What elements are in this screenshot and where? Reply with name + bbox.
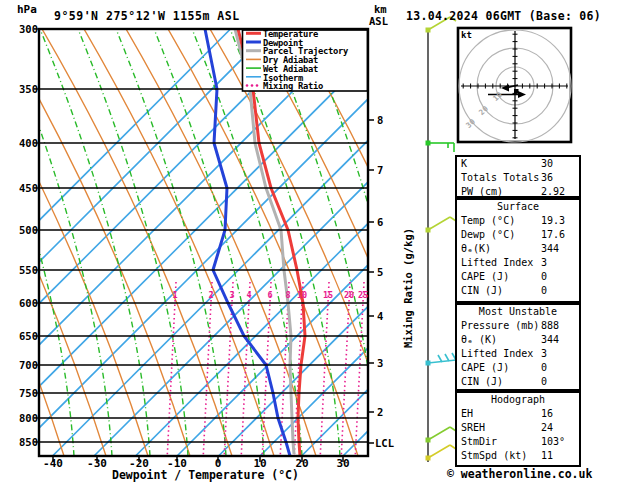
- dry-adiabats: [0, 29, 526, 456]
- copyright: © weatheronline.co.uk: [447, 467, 592, 481]
- row-value: 0: [541, 361, 547, 375]
- wind-barb: [426, 353, 457, 366]
- row-label: Lifted Index: [461, 348, 533, 359]
- table-row: θₑ(K)344: [457, 242, 579, 256]
- row-value: 888: [541, 319, 559, 333]
- table-row: StmDir103°: [457, 435, 579, 449]
- row-value: 3: [541, 347, 547, 361]
- legend-label: Wet Adiabat: [263, 64, 318, 73]
- table-row: CAPE (J)0: [457, 270, 579, 284]
- altitude-axis-unit-km: km: [374, 3, 387, 15]
- row-label: SREH: [461, 422, 485, 433]
- wind-barb: [426, 141, 455, 153]
- pressure-tick-label: 800: [10, 412, 38, 424]
- row-label: Lifted Index: [461, 257, 533, 268]
- pressure-axis-unit: hPa: [17, 3, 37, 16]
- km-tick-label: 6: [377, 216, 403, 228]
- lcl-label: LCL: [375, 437, 401, 449]
- row-value: 36: [541, 171, 553, 185]
- wind-barb: [426, 445, 457, 461]
- row-value: 19.3: [541, 214, 565, 228]
- table-row: Totals Totals36: [457, 171, 579, 185]
- table-row: K30: [457, 157, 579, 171]
- row-value: 17.6: [541, 228, 565, 242]
- row-value: 0: [541, 375, 547, 389]
- station-title: 9°59'N 275°12'W 1155m ASL: [54, 9, 240, 23]
- row-label: CAPE (J): [461, 271, 509, 282]
- mixing-ratio-value-label: 15: [319, 290, 337, 300]
- row-label: PW (cm): [461, 186, 503, 197]
- km-tick-label: 3: [377, 357, 403, 369]
- mixing-ratio-value-label: 2: [202, 290, 220, 300]
- table-row: θₑ (K)344: [457, 333, 579, 347]
- row-value: 3: [541, 256, 547, 270]
- table-header: Hodograph: [457, 393, 579, 407]
- legend-label: Dry Adiabat: [263, 55, 318, 64]
- row-label: Dewp (°C): [461, 229, 515, 240]
- table-row: Dewp (°C)17.6: [457, 228, 579, 242]
- indices-table: K30 Totals Totals36 PW (cm)2.92: [455, 155, 581, 198]
- temp-tick-label: -20: [124, 457, 154, 470]
- row-label: Temp (°C): [461, 215, 515, 226]
- row-label: Totals Totals: [461, 172, 539, 183]
- row-label: StmDir: [461, 436, 497, 447]
- pressure-tick-label: 700: [10, 359, 38, 371]
- legend-label: Isotherm: [263, 73, 303, 82]
- row-value: 0: [541, 270, 547, 284]
- mixing-ratio-value-label: 3: [223, 290, 241, 300]
- table-row: Temp (°C)19.3: [457, 214, 579, 228]
- temp-tick-label: 30: [328, 457, 358, 470]
- wet-adiabats: [0, 29, 530, 456]
- pressure-tick-label: 450: [10, 182, 38, 194]
- km-tick-label: 2: [377, 406, 403, 418]
- row-label: EH: [461, 408, 473, 419]
- mixing-ratio-value-label: 10: [293, 290, 311, 300]
- wind-barb: [426, 217, 457, 233]
- legend-label: Parcel Trajectory: [263, 46, 348, 55]
- table-row: PW (cm)2.92: [457, 185, 579, 199]
- row-label: θₑ (K): [461, 334, 497, 345]
- pressure-tick-label: 500: [10, 224, 38, 236]
- row-label: K: [461, 158, 467, 169]
- table-header: Most Unstable: [457, 305, 579, 319]
- row-label: CAPE (J): [461, 362, 509, 373]
- table-row: Pressure (mb)888: [457, 319, 579, 333]
- row-label: θₑ(K): [461, 243, 491, 254]
- temp-tick-label: -10: [162, 457, 192, 470]
- pressure-tick-label: 350: [10, 83, 38, 95]
- hodograph-unit-label: kt: [461, 30, 472, 40]
- mixing-ratio-value-label: 6: [261, 290, 279, 300]
- pressure-tick-label: 750: [10, 387, 38, 399]
- table-header: Surface: [457, 200, 579, 214]
- temp-tick-label: 20: [287, 457, 317, 470]
- temp-tick-label: 0: [203, 457, 233, 470]
- mixing-ratio-value-label: 25: [354, 290, 372, 300]
- row-value: 344: [541, 333, 559, 347]
- row-label: StmSpd (kt): [461, 450, 527, 461]
- legend-label: Temperature: [263, 29, 318, 38]
- temp-tick-label: 10: [245, 457, 275, 470]
- row-value: 24: [541, 421, 553, 435]
- legend-label: Mixing Ratio: [263, 81, 323, 90]
- most-unstable-table: Most Unstable Pressure (mb)888 θₑ (K)344…: [455, 303, 581, 391]
- row-value: 11: [541, 449, 553, 463]
- pressure-tick-label: 850: [10, 436, 38, 448]
- altitude-axis-unit-asl: ASL: [369, 15, 388, 27]
- legend-label: Dewpoint: [263, 38, 303, 47]
- hodograph-table: Hodograph EH16 SREH24 StmDir103° StmSpd …: [455, 391, 581, 467]
- table-row: CIN (J)0: [457, 284, 579, 298]
- temp-tick-label: -40: [38, 457, 68, 470]
- row-value: 0: [541, 284, 547, 298]
- table-row: CIN (J)0: [457, 375, 579, 389]
- row-value: 103°: [541, 435, 565, 449]
- row-label: CIN (J): [461, 376, 503, 387]
- temp-tick-label: -30: [82, 457, 112, 470]
- wind-barb-column: [426, 17, 457, 462]
- wind-barb: [426, 427, 457, 443]
- table-row: Lifted Index3: [457, 347, 579, 361]
- mixing-ratio-value-label: 1: [166, 290, 184, 300]
- table-row: EH16: [457, 407, 579, 421]
- row-label: CIN (J): [461, 285, 503, 296]
- skewt-chart-page: hPa 9°59'N 275°12'W 1155m ASL km ASL 13.…: [0, 0, 629, 486]
- mixing-ratio-axis-label: Mixing Ratio (g/kg): [402, 223, 414, 353]
